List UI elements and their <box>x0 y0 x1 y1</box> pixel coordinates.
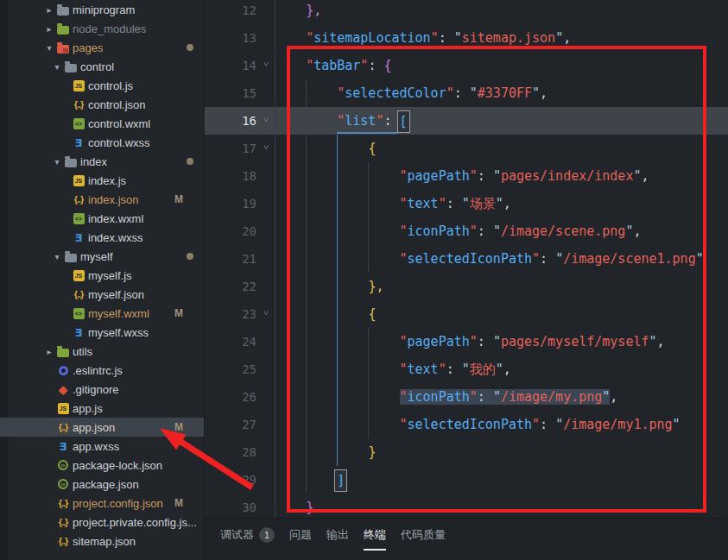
editor-line-20[interactable]: 20 "iconPath": "/image/scene.png", <box>205 217 728 245</box>
editor-line-17[interactable]: 17˅ { <box>205 135 728 162</box>
panel-tab-终端[interactable]: 终端 <box>364 527 386 551</box>
file-label: project.config.json <box>73 497 163 510</box>
sidebar-file-app.wxss[interactable]: Ǝapp.wxss <box>0 437 204 456</box>
editor-line-30[interactable]: 30 } <box>205 494 728 518</box>
modified-dot <box>187 253 193 260</box>
sidebar-file-project.config.json[interactable]: {..}project.config.jsonM <box>0 494 204 513</box>
panel-tab-label: 输出 <box>326 527 349 543</box>
bottom-panel-tabbar: 调试器1问题输出终端代码质量 <box>205 518 728 560</box>
file-label: control.wxml <box>88 117 150 130</box>
sidebar-file-sitemap.json[interactable]: {..}sitemap.json <box>0 532 204 551</box>
editor-line-19[interactable]: 19 "text": "场景", <box>205 190 728 217</box>
sidebar-file-control.wxss[interactable]: Ǝcontrol.wxss <box>0 133 204 152</box>
sidebar-file-index.wxss[interactable]: Ǝindex.wxss <box>0 228 204 247</box>
sidebar-file-index.wxml[interactable]: <>index.wxml <box>0 209 204 228</box>
json-file-icon: {..} <box>59 517 68 527</box>
chevron-down-icon[interactable]: ▾ <box>51 252 63 261</box>
sidebar-file-index.json[interactable]: {..}index.jsonM <box>0 190 204 209</box>
sidebar-file-app.json[interactable]: {..}app.jsonM <box>0 418 204 437</box>
sidebar-file-control.json[interactable]: {..}control.json <box>0 95 204 114</box>
bracket-pair-guide-horizontal <box>337 132 397 134</box>
sidebar-file-package-lock.json[interactable]: jspackage-lock.json <box>0 456 204 475</box>
sidebar-folder-pages[interactable]: ▾pages <box>0 38 204 57</box>
editor-line-15[interactable]: 15 "selectedColor": "#3370FF", <box>205 79 728 107</box>
chevron-down-icon[interactable]: ▾ <box>51 62 63 72</box>
sidebar-folder-utils[interactable]: ▸utils <box>0 342 204 361</box>
panel-tab-调试器[interactable]: 调试器1 <box>220 527 275 549</box>
code-text: "iconPath": "/image/my.png", <box>275 383 617 411</box>
sidebar-folder-myself[interactable]: ▾myself <box>0 247 204 266</box>
file-explorer-sidebar: ▸miniprogram▸node_modules▾pages▾controlJ… <box>0 0 205 560</box>
folder-icon <box>57 349 69 357</box>
line-number: 17 <box>205 135 256 162</box>
package-icon: js <box>58 479 68 489</box>
sidebar-file-package.json[interactable]: jspackage.json <box>0 475 204 494</box>
wxss-file-icon: Ǝ <box>75 231 83 244</box>
sidebar-file-control.js[interactable]: JScontrol.js <box>0 76 204 95</box>
fold-chevron-icon[interactable]: ˅ <box>258 106 274 134</box>
editor-line-13[interactable]: 13 "sitemapLocation": "sitemap.json", <box>205 24 728 52</box>
code-text: "sitemapLocation": "sitemap.json", <box>275 24 571 52</box>
code-text: }, <box>275 273 383 300</box>
line-number: 21 <box>205 245 256 273</box>
editor-line-27[interactable]: 27 "selectedIconPath": "/image/my1.png" <box>205 411 728 438</box>
chevron-down-icon[interactable]: ▾ <box>51 157 63 167</box>
editor-line-23[interactable]: 23˅ { <box>205 300 728 328</box>
file-label: project.private.config.js... <box>73 516 197 529</box>
file-label: miniprogram <box>73 3 135 16</box>
code-text: "selectedIconPath": "/image/scene1.png" <box>275 245 704 273</box>
chevron-right-icon[interactable]: ▸ <box>43 347 55 356</box>
file-label: myself.wxml <box>88 307 149 320</box>
fold-chevron-icon[interactable]: ˅ <box>258 51 274 79</box>
editor-line-28[interactable]: 28 } <box>205 438 728 466</box>
sidebar-file-myself.js[interactable]: JSmyself.js <box>0 266 204 285</box>
folder-icon <box>57 26 69 35</box>
editor-line-29[interactable]: 29 ] <box>205 466 728 494</box>
editor-line-14[interactable]: 14˅ "tabBar": { <box>205 52 728 79</box>
sidebar-file-myself.json[interactable]: {..}myself.json <box>0 285 204 304</box>
editor-line-16[interactable]: 16˅ "list": [ <box>205 107 728 135</box>
file-label: app.js <box>73 402 103 415</box>
sidebar-file-project.private.config.js...[interactable]: {..}project.private.config.js... <box>0 513 204 532</box>
editor-line-12[interactable]: 12 }, <box>205 0 728 24</box>
panel-tab-输出[interactable]: 输出 <box>326 527 349 549</box>
sidebar-folder-index[interactable]: ▾index <box>0 152 204 171</box>
panel-tab-代码质量[interactable]: 代码质量 <box>401 527 446 549</box>
fold-chevron-icon[interactable]: ˅ <box>258 134 274 161</box>
sidebar-file-app.js[interactable]: JSapp.js <box>0 399 204 418</box>
chevron-right-icon[interactable]: ▸ <box>43 24 55 34</box>
editor-line-25[interactable]: 25 "text": "我的", <box>205 356 728 383</box>
editor-line-22[interactable]: 22 }, <box>205 273 728 300</box>
code-text: } <box>275 494 313 518</box>
sidebar-file-control.wxml[interactable]: <>control.wxml <box>0 114 204 133</box>
code-text: { <box>275 300 376 328</box>
chevron-down-icon[interactable]: ▾ <box>43 43 55 53</box>
sidebar-file-.gitignore[interactable]: ◆.gitignore <box>0 380 204 399</box>
fold-chevron-icon[interactable]: ˅ <box>258 299 274 327</box>
indent-guide-active <box>337 135 338 466</box>
chevron-right-icon[interactable]: ▸ <box>43 5 55 15</box>
line-number: 22 <box>205 273 256 300</box>
file-label: package.json <box>73 478 139 491</box>
code-editor[interactable]: 12 },13 "sitemapLocation": "sitemap.json… <box>205 0 728 518</box>
line-number: 19 <box>205 190 256 217</box>
folder-icon <box>65 64 77 72</box>
panel-tab-问题[interactable]: 问题 <box>289 527 312 549</box>
sidebar-file-myself.wxml[interactable]: <>myself.wxmlM <box>0 304 204 323</box>
sidebar-file-myself.wxss[interactable]: Ǝmyself.wxss <box>0 323 204 342</box>
editor-line-21[interactable]: 21 "selectedIconPath": "/image/scene1.pn… <box>205 245 728 273</box>
sidebar-file-index.js[interactable]: JSindex.js <box>0 171 204 190</box>
sidebar-folder-miniprogram[interactable]: ▸miniprogram <box>0 0 204 19</box>
code-text: "text": "我的", <box>275 356 511 383</box>
modified-dot <box>187 158 193 165</box>
editor-line-24[interactable]: 24 "pagePath": "pages/myself/myself", <box>205 328 728 356</box>
file-label: myself.wxss <box>88 326 149 339</box>
editor-line-18[interactable]: 18 "pagePath": "pages/index/index", <box>205 162 728 190</box>
line-number: 18 <box>205 162 256 190</box>
line-number: 26 <box>205 383 256 411</box>
sidebar-folder-control[interactable]: ▾control <box>0 57 204 76</box>
sidebar-file-.eslintrc.js[interactable]: .eslintrc.js <box>0 361 204 380</box>
sidebar-folder-node-modules[interactable]: ▸node_modules <box>0 19 204 38</box>
file-label: node_modules <box>73 22 146 35</box>
editor-line-26[interactable]: 26 "iconPath": "/image/my.png", <box>205 383 728 411</box>
